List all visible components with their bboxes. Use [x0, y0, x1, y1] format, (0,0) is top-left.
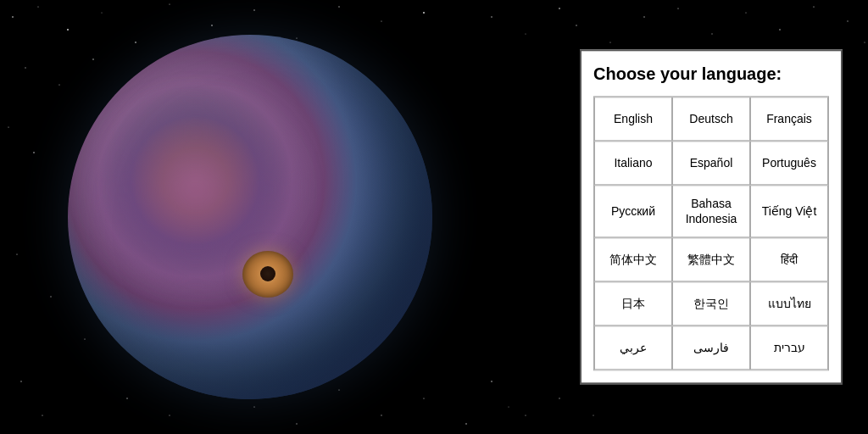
lang-btn-espanol[interactable]: Español	[672, 141, 750, 185]
lang-btn-korean[interactable]: 한국인	[672, 282, 750, 326]
svg-point-39	[525, 415, 526, 415]
svg-point-1	[12, 16, 14, 18]
svg-point-4	[102, 13, 103, 14]
lang-btn-english[interactable]: English	[594, 97, 672, 141]
svg-point-32	[296, 423, 298, 425]
lang-btn-italiano[interactable]: Italiano	[594, 141, 672, 185]
lang-btn-russian[interactable]: Русский	[594, 185, 672, 237]
lang-btn-portugues[interactable]: Português	[750, 141, 828, 185]
planet-scene	[17, 18, 483, 416]
svg-point-46	[711, 33, 712, 34]
svg-point-50	[847, 20, 848, 21]
svg-point-19	[8, 126, 8, 127]
svg-point-42	[576, 25, 576, 25]
svg-point-12	[423, 12, 425, 14]
svg-point-36	[465, 423, 467, 425]
svg-point-16	[491, 16, 492, 17]
svg-point-43	[610, 42, 611, 43]
lang-btn-hebrew[interactable]: עברית	[750, 326, 828, 370]
svg-point-6	[169, 3, 170, 4]
svg-point-45	[677, 8, 678, 8]
svg-point-47	[746, 13, 747, 14]
lang-btn-simplified-chinese[interactable]: 简体中文	[594, 238, 672, 282]
svg-point-17	[526, 34, 526, 35]
lang-btn-tieng-viet[interactable]: Tiếng Việt	[750, 185, 828, 237]
svg-point-10	[338, 6, 340, 8]
svg-point-8	[253, 9, 254, 10]
language-grid: EnglishDeutschFrançaisItalianoEspañolPor…	[593, 96, 829, 370]
lang-btn-hindi[interactable]: हिंदी	[750, 238, 828, 282]
svg-point-18	[559, 8, 560, 9]
planet	[68, 35, 432, 399]
lang-btn-thai[interactable]: แบบไทย	[750, 282, 828, 326]
panel-title: Choose your language:	[593, 64, 829, 84]
lang-btn-deutsch[interactable]: Deutsch	[672, 97, 750, 141]
svg-point-37	[509, 407, 509, 408]
svg-point-2	[37, 6, 38, 7]
planet-atmosphere	[86, 90, 305, 291]
svg-point-51	[865, 42, 865, 43]
svg-point-40	[559, 398, 560, 399]
lang-btn-japanese[interactable]: 日本	[594, 282, 672, 326]
svg-point-49	[813, 6, 814, 7]
svg-point-38	[491, 381, 492, 381]
planet-crater	[242, 251, 293, 298]
lang-btn-traditional-chinese[interactable]: 繁體中文	[672, 238, 750, 282]
lang-btn-francais[interactable]: Français	[750, 97, 828, 141]
lang-btn-farsi[interactable]: فارسی	[672, 326, 750, 370]
svg-point-41	[593, 415, 594, 416]
lang-btn-bahasa[interactable]: Bahasa Indonesia	[672, 185, 750, 237]
lang-btn-arabic[interactable]: عربي	[594, 326, 672, 370]
svg-point-48	[779, 29, 781, 31]
language-panel: Choose your language: EnglishDeutschFran…	[580, 49, 843, 384]
svg-point-44	[643, 16, 645, 18]
